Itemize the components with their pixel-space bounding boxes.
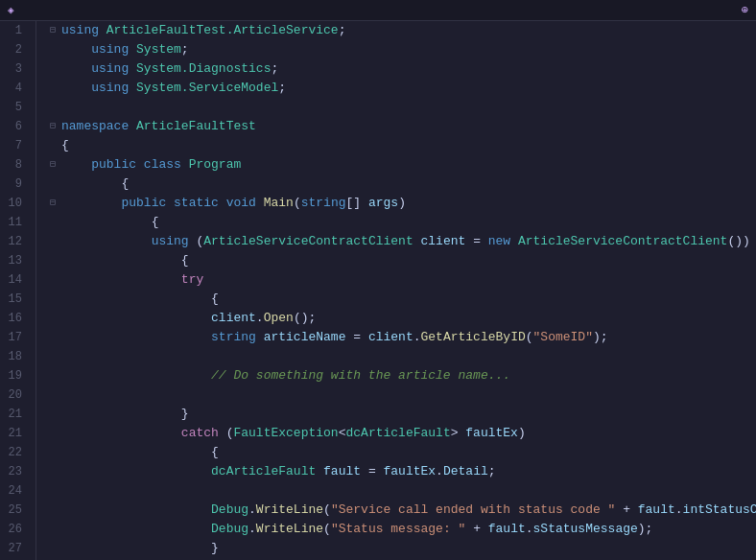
token-var: client	[421, 232, 466, 251]
code-line: try	[44, 270, 756, 290]
token-punct: ;	[488, 462, 496, 481]
token-plain	[345, 328, 353, 347]
token-var: fault	[323, 462, 361, 481]
code-line: {	[44, 213, 756, 232]
line-number: 2	[0, 40, 28, 59]
code-line: using System.ServiceModel;	[44, 79, 756, 98]
indent-space	[61, 79, 91, 98]
token-punct: (	[196, 232, 203, 251]
token-var: sStatusMessage	[533, 520, 638, 539]
collapse-gutter[interactable]: ⊟	[44, 21, 61, 40]
token-comment: // Do something with the article name...	[211, 366, 510, 385]
indent-space	[61, 251, 181, 270]
token-fn: Main	[264, 194, 294, 213]
token-kw: string	[301, 194, 346, 213]
line-number: 5	[0, 98, 28, 117]
token-kw: public	[91, 155, 144, 175]
collapse-gutter[interactable]: ⊟	[44, 155, 61, 175]
line-number: 15	[0, 290, 28, 309]
line-number: 13	[0, 251, 28, 270]
token-punct: .	[248, 520, 256, 539]
token-plain: +	[465, 520, 487, 539]
code-line: ⊟using ArticleFaultTest.ArticleService;	[44, 21, 756, 40]
line-number: 20	[0, 385, 28, 405]
indent-space	[61, 443, 211, 462]
token-ns: System.ServiceModel	[136, 79, 278, 98]
token-punct: []	[346, 194, 368, 213]
code-line: {	[44, 290, 756, 309]
token-punct: (	[526, 328, 533, 347]
indent-space	[61, 328, 211, 347]
code-line: }	[44, 405, 756, 424]
indent-space	[61, 405, 181, 424]
line-number: 8	[0, 155, 28, 175]
token-kw: static	[174, 194, 226, 213]
token-str: "SomeID"	[533, 328, 593, 347]
line-number: 3	[0, 59, 28, 79]
line-number: 16	[0, 309, 28, 328]
token-punct: =	[368, 462, 384, 481]
token-punct: {	[211, 290, 219, 309]
token-punct: {	[181, 251, 189, 270]
indent-space	[61, 520, 211, 539]
code-line	[44, 347, 756, 366]
indent-space	[61, 290, 211, 309]
line-number: 21	[0, 424, 28, 443]
line-number: 24	[0, 481, 28, 501]
method-icon: ⊕	[742, 4, 748, 17]
token-fn: WriteLine	[256, 501, 323, 520]
code-content[interactable]: ⊟using ArticleFaultTest.ArticleService; …	[36, 21, 756, 560]
token-type: Debug	[211, 501, 248, 520]
line-number: 4	[0, 79, 28, 98]
token-punct: (	[323, 501, 331, 520]
token-type: ArticleServiceContractClient	[518, 232, 727, 251]
token-punct: ;	[271, 59, 278, 79]
line-number: 12	[0, 232, 28, 251]
code-line: using System.Diagnostics;	[44, 59, 756, 79]
code-line: }	[44, 539, 756, 558]
token-str: "Service call ended with status code "	[331, 501, 615, 520]
token-punct: (	[294, 194, 301, 213]
line-number: 14	[0, 270, 28, 290]
token-type: ArticleServiceContractClient	[203, 232, 413, 251]
code-line	[44, 385, 756, 405]
token-var: articleName	[264, 328, 346, 347]
token-str: "Status message: "	[331, 520, 465, 539]
code-line: {	[44, 251, 756, 270]
code-line: {	[44, 175, 756, 194]
title-bar: ◈ ⊕	[0, 0, 756, 21]
indent-space	[61, 59, 91, 79]
code-line: {	[44, 136, 756, 155]
indent-space	[61, 155, 91, 175]
code-line: ⊟ public class Program	[44, 155, 756, 175]
collapse-gutter[interactable]: ⊟	[44, 194, 61, 213]
collapse-gutter[interactable]: ⊟	[44, 117, 61, 136]
token-punct: .	[256, 309, 264, 328]
token-punct: <	[339, 424, 346, 443]
token-punct: ;	[339, 21, 346, 40]
indent-space	[61, 366, 211, 385]
token-punct: =	[353, 328, 368, 347]
line-number: 7	[0, 136, 28, 155]
token-kw: class	[144, 155, 189, 175]
token-punct: >	[451, 424, 466, 443]
token-var: Detail	[443, 462, 488, 481]
code-line	[44, 481, 756, 501]
token-punct: )	[518, 424, 526, 443]
token-punct: {	[211, 443, 219, 462]
code-line: Debug.WriteLine("Service call ended with…	[44, 501, 756, 520]
token-punct: (	[323, 520, 331, 539]
code-line: using System;	[44, 40, 756, 59]
line-number: 11	[0, 213, 28, 232]
line-number: 18	[0, 347, 28, 366]
line-number: 27	[0, 539, 28, 558]
token-kw: using	[152, 232, 197, 251]
token-punct: .	[248, 501, 256, 520]
token-kw2: try	[181, 270, 203, 290]
token-punct: {	[61, 136, 69, 155]
token-punct: ;	[181, 40, 189, 59]
indent-space	[61, 175, 121, 194]
line-number: 17	[0, 328, 28, 347]
indent-space	[61, 501, 211, 520]
token-fn: Open	[264, 309, 294, 328]
